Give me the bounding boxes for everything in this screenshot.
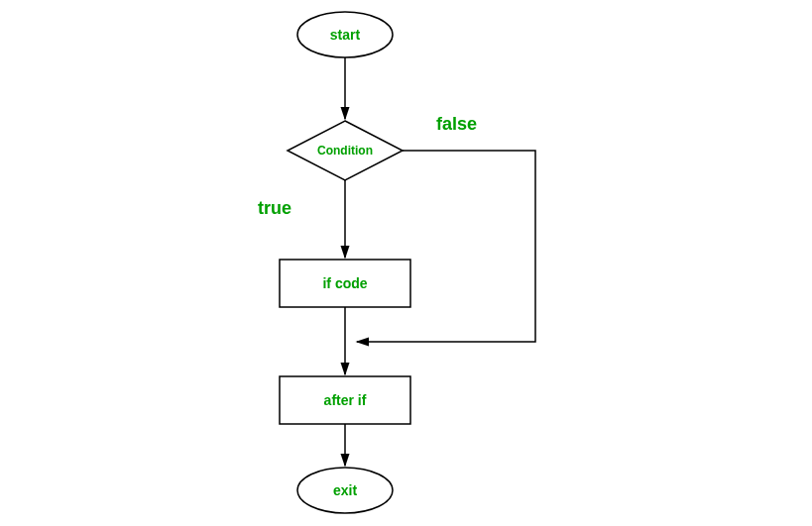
true-label: true	[258, 198, 291, 219]
if-code-label: if code	[322, 275, 367, 291]
start-label: start	[330, 27, 360, 43]
after-if-label: after if	[324, 392, 367, 408]
edge-false	[357, 151, 535, 342]
condition-label: Condition	[317, 144, 373, 158]
exit-label: exit	[333, 482, 357, 498]
false-label: false	[436, 114, 477, 135]
flowchart-svg	[0, 0, 812, 526]
